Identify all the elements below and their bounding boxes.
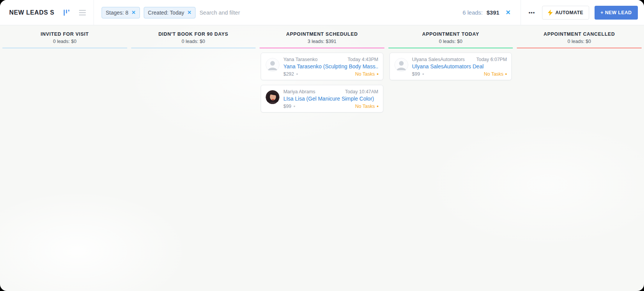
remove-filter-icon[interactable]: ✕ (131, 10, 136, 15)
lead-contact-name: Ulyana SalesAutomators (412, 57, 465, 62)
filter-chip-created[interactable]: Created: Today ✕ (144, 7, 196, 18)
column-header: APPOINTMENT CANCELLED 0 leads: $0 (517, 25, 642, 48)
column-count: 0 leads: $0 (2, 39, 127, 44)
column-header: APPOINTMENT TODAY 0 leads: $0 (388, 25, 513, 48)
column-header: INVITED FOR VISIT 0 leads: $0 (2, 25, 127, 48)
lead-card[interactable]: Yana Tarasenko Today 4:43PM Yana Tarasen… (261, 53, 383, 80)
kanban-view-icon[interactable] (61, 8, 71, 18)
avatar (266, 58, 279, 72)
topbar: NEW LEADS S Stages: 8 ✕ (0, 0, 644, 25)
search-input[interactable] (199, 10, 462, 16)
lead-tasks-badge[interactable]: No Tasks (484, 71, 507, 77)
board-area: INVITED FOR VISIT 0 leads: $0 DIDN'T BOO… (0, 25, 644, 291)
task-dot-icon (377, 73, 378, 75)
kanban-board: INVITED FOR VISIT 0 leads: $0 DIDN'T BOO… (0, 25, 644, 291)
lead-tasks-badge[interactable]: No Tasks (355, 104, 378, 109)
filter-chip-stages[interactable]: Stages: 8 ✕ (102, 7, 140, 18)
column-cards (131, 48, 256, 57)
crm-app-window: NEW LEADS S Stages: 8 ✕ (0, 0, 644, 291)
lead-card[interactable]: Ulyana SalesAutomators Today 6:07PM Ulya… (389, 53, 512, 80)
avatar (266, 90, 279, 104)
leads-amount: $391 (486, 9, 499, 16)
page-title: NEW LEADS S (9, 9, 54, 16)
lead-timestamp: Today 6:07PM (476, 57, 507, 62)
price-dot-icon (422, 73, 424, 75)
lead-timestamp: Today 4:43PM (348, 57, 378, 62)
lead-deal-link[interactable]: Ulyana SalesAutomators Deal (412, 63, 507, 69)
lead-price: $292 (283, 71, 298, 77)
lead-card-body: Yana Tarasenko Today 4:43PM Yana Tarasen… (283, 57, 378, 77)
task-dot-icon (505, 73, 507, 75)
lead-price: $99 (283, 104, 295, 109)
lead-tasks-label: No Tasks (355, 104, 375, 109)
topbar-divider-left (94, 0, 94, 25)
lead-price-value: $292 (283, 71, 294, 77)
pipeline-column: DIDN'T BOOK FOR 90 DAYS 0 leads: $0 (131, 25, 256, 291)
automate-label: AUTOMATE (555, 10, 583, 15)
filter-bar: Stages: 8 ✕ Created: Today ✕ (102, 7, 463, 18)
column-count: 0 leads: $0 (131, 39, 256, 44)
column-count: 0 leads: $0 (388, 39, 513, 44)
lead-timestamp: Today 10:47AM (345, 89, 378, 94)
column-header: APPOINTMENT SCHEDULED 3 leads: $391 (260, 25, 384, 48)
pipeline-column: INVITED FOR VISIT 0 leads: $0 (2, 25, 127, 291)
column-cards: Ulyana SalesAutomators Today 6:07PM Ulya… (388, 48, 513, 84)
column-title: APPOINTMENT CANCELLED (517, 31, 642, 37)
lead-card-body: Mariya Abrams Today 10:47AM LIsa Lisa (G… (283, 89, 378, 109)
automate-button[interactable]: AUTOMATE (542, 6, 589, 20)
lead-tasks-badge[interactable]: No Tasks (355, 71, 378, 77)
remove-filter-icon[interactable]: ✕ (187, 10, 191, 15)
lead-card[interactable]: Mariya Abrams Today 10:47AM LIsa Lisa (G… (261, 85, 383, 112)
lead-price-value: $99 (283, 104, 291, 109)
column-title: APPOINTMENT SCHEDULED (260, 31, 384, 37)
column-count: 0 leads: $0 (517, 39, 642, 44)
view-switcher (61, 8, 87, 18)
column-cards: Yana Tarasenko Today 4:43PM Yana Tarasen… (260, 48, 384, 117)
filter-chip-label: Created: Today (148, 10, 184, 16)
lead-deal-link[interactable]: Yana Tarasenko (SculptIng Body Mass... (283, 63, 378, 69)
lead-price: $99 (412, 71, 424, 77)
pipeline-column: APPOINTMENT TODAY 0 leads: $0 Ulyan (388, 25, 513, 291)
leads-summary: 6 leads: $391 ✕ (463, 8, 513, 17)
pipeline-column: APPOINTMENT CANCELLED 0 leads: $0 (517, 25, 642, 291)
column-count: 3 leads: $391 (260, 39, 384, 44)
lead-price-value: $99 (412, 71, 420, 77)
column-title: INVITED FOR VISIT (2, 31, 127, 37)
price-dot-icon (294, 106, 295, 107)
price-dot-icon (296, 73, 298, 75)
pipeline-column: APPOINTMENT SCHEDULED 3 leads: $391 (260, 25, 384, 291)
column-cards (517, 48, 642, 57)
topbar-actions: ••• AUTOMATE + NEW LEAD (521, 6, 638, 20)
column-header: DIDN'T BOOK FOR 90 DAYS 0 leads: $0 (131, 25, 256, 48)
more-options-button[interactable]: ••• (527, 7, 537, 18)
new-lead-button[interactable]: + NEW LEAD (595, 6, 638, 20)
task-dot-icon (377, 106, 378, 107)
column-cards (2, 48, 127, 57)
lead-deal-link[interactable]: LIsa Lisa (Gel Manicure Simple Color) (283, 96, 378, 102)
clear-filters-icon[interactable]: ✕ (503, 8, 513, 17)
lead-contact-name: Mariya Abrams (283, 89, 315, 94)
lead-contact-name: Yana Tarasenko (283, 57, 317, 62)
lead-tasks-label: No Tasks (355, 71, 375, 77)
avatar (394, 58, 408, 72)
column-title: APPOINTMENT TODAY (388, 31, 513, 37)
column-title: DIDN'T BOOK FOR 90 DAYS (131, 31, 256, 37)
lead-tasks-label: No Tasks (484, 71, 503, 77)
list-view-icon[interactable] (77, 8, 87, 17)
lead-card-body: Ulyana SalesAutomators Today 6:07PM Ulya… (412, 57, 507, 77)
lightning-icon (548, 10, 553, 16)
filter-chip-label: Stages: 8 (106, 10, 128, 16)
leads-count-label: 6 leads: (463, 9, 483, 16)
